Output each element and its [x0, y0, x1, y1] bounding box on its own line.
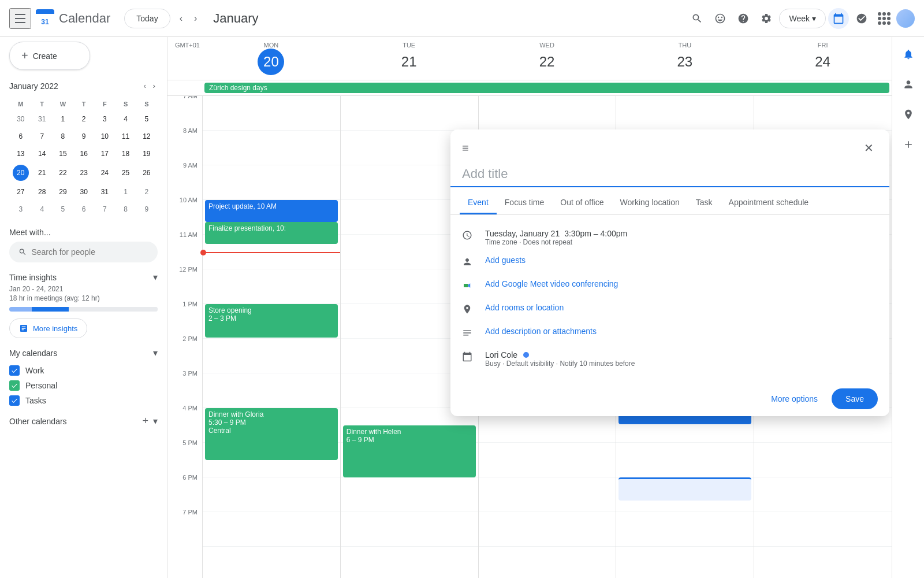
mini-cal-day[interactable]: 7 [95, 201, 114, 217]
contacts-icon[interactable] [898, 74, 919, 95]
mini-cal-day[interactable]: 4 [32, 201, 52, 217]
today-button[interactable]: Today [124, 9, 170, 28]
personal-checkbox[interactable] [9, 380, 20, 391]
calendar-view-button[interactable] [828, 8, 849, 29]
more-insights-button[interactable]: More insights [9, 318, 87, 338]
mini-cal-day[interactable]: 5 [53, 201, 73, 217]
search-people-box[interactable] [9, 242, 158, 262]
calendar-item-personal[interactable]: Personal [9, 378, 158, 393]
mini-cal-day[interactable]: 23 [74, 163, 94, 183]
mini-cal-day[interactable]: 26 [137, 163, 157, 183]
mini-cal-day[interactable]: 8 [53, 128, 73, 144]
add-guests-link[interactable]: Add guests [485, 255, 526, 265]
add-meet-link[interactable]: Add Google Meet video conferencing [485, 279, 618, 288]
event-timezone[interactable]: Time zone · Does not repeat [485, 238, 627, 246]
help-button[interactable] [733, 8, 754, 29]
reminders-icon[interactable] [898, 44, 919, 65]
mini-cal-day[interactable]: 11 [116, 128, 135, 144]
mini-cal-day[interactable]: 15 [53, 146, 73, 162]
mini-cal-day[interactable]: 30 [10, 111, 31, 127]
settings-button[interactable] [756, 8, 777, 29]
create-button[interactable]: + Create [9, 42, 90, 70]
mini-cal-day[interactable]: 5 [137, 111, 157, 127]
mini-cal-day[interactable]: 16 [74, 146, 94, 162]
event-time-range[interactable]: 3:30pm – 4:00pm [564, 229, 627, 238]
mini-cal-day[interactable]: 2 [74, 111, 94, 127]
search-button[interactable] [687, 8, 707, 29]
mini-cal-day[interactable]: 31 [32, 111, 52, 127]
mini-cal-day[interactable]: 25 [116, 163, 135, 183]
mini-cal-day[interactable]: 10 [95, 128, 114, 144]
check-icon [11, 382, 18, 389]
feedback-button[interactable] [710, 8, 731, 29]
calendar-item-tasks[interactable]: Tasks [9, 393, 158, 408]
create-label: Create [33, 51, 57, 61]
maps-icon[interactable] [898, 104, 919, 125]
user-avatar[interactable] [896, 9, 915, 28]
mini-cal-day[interactable]: 1 [53, 111, 73, 127]
prev-period-button[interactable]: ‹ [175, 9, 187, 28]
mini-cal-day[interactable]: 14 [32, 146, 52, 162]
tab-working-location[interactable]: Working location [612, 192, 688, 214]
add-location-link[interactable]: Add rooms or location [485, 303, 564, 312]
mini-cal-today-cell[interactable]: 20 [10, 163, 31, 183]
mini-cal-day[interactable]: 8 [116, 201, 135, 217]
more-options-button[interactable]: More options [764, 390, 825, 408]
other-cal-collapse[interactable]: ▾ [153, 413, 158, 429]
tasks-checkbox[interactable] [9, 395, 20, 406]
calendar-item-work[interactable]: Work [9, 363, 158, 378]
mini-cal-day[interactable]: 4 [116, 111, 135, 127]
tasks-button[interactable] [851, 8, 872, 29]
apps-button[interactable] [874, 9, 894, 28]
mini-cal-day[interactable]: 27 [10, 184, 31, 200]
add-panel-icon[interactable] [898, 134, 919, 155]
mini-cal-day[interactable]: 12 [137, 128, 157, 144]
mini-cal-day[interactable]: 6 [10, 128, 31, 144]
add-other-calendar[interactable]: + [140, 413, 151, 429]
search-icon [691, 13, 703, 24]
tab-appointment[interactable]: Appointment schedule [721, 192, 817, 214]
mini-cal-day[interactable]: 19 [137, 146, 157, 162]
mini-cal-next[interactable]: › [151, 79, 158, 92]
event-title-input[interactable] [450, 162, 889, 187]
time-insights-collapse[interactable]: ▾ [153, 272, 158, 283]
mini-cal-day[interactable]: 24 [95, 163, 114, 183]
mini-cal-day[interactable]: 9 [74, 128, 94, 144]
mini-cal-day[interactable]: 13 [10, 146, 31, 162]
mini-cal-day[interactable]: 29 [53, 184, 73, 200]
my-calendars-collapse[interactable]: ▾ [153, 347, 158, 358]
search-people-input[interactable] [31, 247, 148, 257]
modal-close-button[interactable]: ✕ [859, 139, 878, 157]
tab-out-of-office[interactable]: Out of office [552, 192, 612, 214]
mini-cal-day[interactable]: 1 [116, 184, 135, 200]
mini-cal-day[interactable]: 28 [32, 184, 52, 200]
mini-cal-day[interactable]: 30 [74, 184, 94, 200]
mini-cal-prev[interactable]: ‹ [141, 79, 148, 92]
mini-cal-day[interactable]: 3 [95, 111, 114, 127]
tab-focus-time[interactable]: Focus time [497, 192, 552, 214]
modal-datetime-row: Tuesday, January 21 3:30pm – 4:00pm Time… [462, 224, 878, 251]
work-checkbox[interactable] [9, 365, 20, 376]
add-description-link[interactable]: Add description or attachments [485, 327, 597, 336]
mini-cal-day[interactable]: 17 [95, 146, 114, 162]
save-button[interactable]: Save [832, 388, 878, 409]
tab-task[interactable]: Task [688, 192, 721, 214]
owner-content: Lori Cole Busy · Default visibility · No… [485, 350, 635, 368]
mini-cal-day[interactable]: 9 [137, 201, 157, 217]
mini-cal-day[interactable]: 3 [10, 201, 31, 217]
tab-event[interactable]: Event [460, 192, 497, 214]
view-selector[interactable]: Week ▾ [779, 9, 826, 28]
mini-cal-day[interactable]: 2 [137, 184, 157, 200]
check-icon [11, 397, 18, 404]
mini-cal-day[interactable]: 21 [32, 163, 52, 183]
menu-button[interactable] [9, 8, 31, 29]
mini-cal-grid: M T W T F S S 30 31 1 [9, 97, 158, 218]
meet-icon [462, 280, 476, 294]
mini-cal-day[interactable]: 6 [74, 201, 94, 217]
mini-cal-day[interactable]: 7 [32, 128, 52, 144]
mini-cal-day[interactable]: 22 [53, 163, 73, 183]
event-date[interactable]: Tuesday, January 21 [485, 229, 560, 238]
mini-cal-day[interactable]: 18 [116, 146, 135, 162]
next-period-button[interactable]: › [189, 9, 202, 28]
mini-cal-day[interactable]: 31 [95, 184, 114, 200]
